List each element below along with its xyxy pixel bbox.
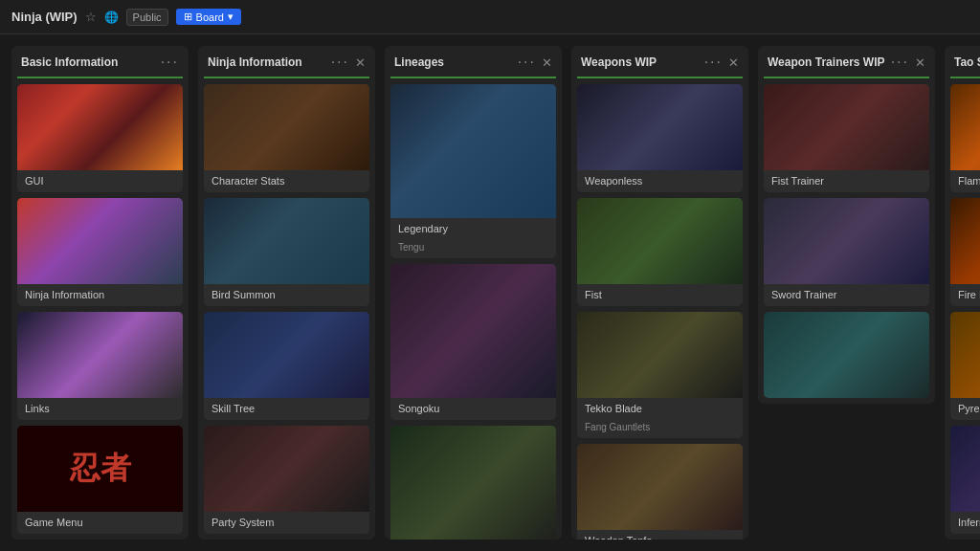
board-title: Ninja (WIP): [11, 10, 78, 24]
column-header-lineages: Lineages···✕: [385, 46, 562, 77]
column-header-ninja-info: Ninja Information···✕: [198, 46, 375, 77]
card-char-stats[interactable]: Character Stats: [204, 84, 369, 192]
column-title-lineages: Lineages: [394, 55, 444, 69]
card-sublabel-legendary: Tengu: [390, 240, 556, 258]
card-gui[interactable]: GUI: [17, 84, 183, 192]
card-image-songoku: [390, 264, 556, 398]
card-image-pyre: [950, 312, 980, 398]
card-image-legendary: [390, 84, 556, 218]
card-label-skill-tree: Skill Tree: [204, 398, 369, 420]
card-image-fist-trainer: [764, 84, 929, 170]
card-label-party: Party System: [204, 512, 369, 534]
column-menu-ninja-info[interactable]: ···: [331, 54, 349, 71]
card-fist[interactable]: Fist: [577, 198, 743, 306]
card-image-party: [204, 426, 369, 512]
column-cards-tao-skills: FlameFire FlipPyre GraspInferno ShotWate…: [945, 84, 980, 540]
card-label-songoku: Songoku: [390, 398, 556, 420]
column-close-ninja-info[interactable]: ✕: [355, 55, 366, 70]
top-bar: Ninja (WIP) ☆ 🌐 Public ⊞ Board ▾: [0, 0, 980, 34]
column-weapons-wip: Weapons WIP···✕WeaponlessFistTekko Blade…: [571, 46, 748, 540]
column-header-weapon-trainers-wip: Weapon Trainers WIP···✕: [758, 46, 935, 77]
card-sublabel-tekko: Fang Gauntlets: [577, 420, 743, 438]
card-songoku[interactable]: Songoku: [390, 264, 556, 420]
card-image-links: [17, 312, 183, 398]
column-ninja-info: Ninja Information···✕Character StatsBird…: [198, 46, 375, 540]
column-close-weapons-wip[interactable]: ✕: [728, 55, 739, 70]
star-button[interactable]: ☆: [85, 10, 97, 24]
column-title-basic-info: Basic Information: [21, 55, 118, 69]
card-image-bird-summon: [204, 198, 369, 284]
card-ninja-info[interactable]: Ninja Information: [17, 198, 183, 306]
column-header-tao-skills: Tao Skills···: [945, 46, 980, 77]
card-skill-tree[interactable]: Skill Tree: [204, 312, 369, 420]
board-button[interactable]: ⊞ Board ▾: [176, 9, 241, 25]
card-image-gui: [17, 84, 183, 170]
card-label-fist: Fist: [577, 284, 743, 306]
card-label-ninja-info: Ninja Information: [17, 284, 183, 306]
card-image-flame: [950, 84, 980, 170]
card-label-fire-flip: Fire Flip: [950, 284, 980, 306]
column-cards-basic-info: GUINinja InformationLinks忍者Game MenuRank…: [11, 84, 189, 540]
card-label-links: Links: [17, 398, 183, 420]
card-image-ninja-info: [17, 198, 183, 284]
column-menu-basic-info[interactable]: ···: [161, 54, 179, 71]
card-links[interactable]: Links: [17, 312, 183, 420]
card-label-gui: GUI: [17, 170, 183, 192]
globe-icon: 🌐: [104, 11, 119, 24]
card-tekko[interactable]: Tekko BladeFang Gauntlets: [577, 312, 743, 438]
card-label-wooden: Wooden Tonfa: [577, 530, 743, 540]
column-title-tao-skills: Tao Skills: [954, 55, 980, 69]
column-close-weapon-trainers-wip[interactable]: ✕: [915, 55, 925, 70]
card-label-flame: Flame: [950, 170, 980, 192]
column-menu-lineages[interactable]: ···: [518, 54, 536, 71]
visibility-selector[interactable]: Public: [126, 9, 168, 26]
card-image-weaponless: [577, 84, 743, 170]
card-label-char-stats: Character Stats: [204, 170, 369, 192]
column-title-ninja-info: Ninja Information: [208, 55, 302, 69]
card-image-sword-trainer: [764, 198, 929, 284]
column-cards-ninja-info: Character StatsBird SummonSkill TreePart…: [198, 84, 375, 540]
card-lineage3[interactable]: [390, 426, 556, 540]
card-bird-summon[interactable]: Bird Summon: [204, 198, 369, 306]
card-trainer3[interactable]: [764, 312, 929, 398]
card-image-fire-flip: [950, 198, 980, 284]
card-game-menu[interactable]: 忍者Game Menu: [17, 426, 183, 534]
column-tao-skills: Tao Skills···FlameFire FlipPyre GraspInf…: [945, 46, 980, 540]
column-header-weapons-wip: Weapons WIP···✕: [571, 46, 748, 77]
card-party[interactable]: Party System: [204, 426, 369, 534]
card-weaponless[interactable]: Weaponless: [577, 84, 743, 192]
card-label-tekko: Tekko Blade: [577, 398, 743, 420]
card-label-pyre: Pyre Grasp: [950, 398, 980, 420]
column-header-basic-info: Basic Information···: [11, 46, 189, 77]
card-label-fist-trainer: Fist Trainer: [764, 170, 929, 192]
column-menu-weapons-wip[interactable]: ···: [704, 54, 723, 71]
card-legendary[interactable]: LegendaryTengu: [390, 84, 556, 258]
card-flame[interactable]: Flame: [950, 84, 980, 192]
card-label-inferno: Inferno Shot: [950, 512, 980, 534]
column-cards-weapons-wip: WeaponlessFistTekko BladeFang GauntletsW…: [571, 84, 748, 540]
column-title-weapon-trainers-wip: Weapon Trainers WIP: [768, 55, 884, 69]
card-pyre[interactable]: Pyre Grasp: [950, 312, 980, 420]
column-close-lineages[interactable]: ✕: [542, 55, 552, 70]
card-fist-trainer[interactable]: Fist Trainer: [764, 84, 929, 192]
card-label-sword-trainer: Sword Trainer: [764, 284, 929, 306]
column-cards-weapon-trainers-wip: Fist TrainerSword Trainer: [758, 84, 935, 404]
board-label: Board: [196, 11, 224, 23]
card-image-char-stats: [204, 84, 369, 170]
card-inferno[interactable]: Inferno Shot: [950, 426, 980, 534]
card-label-bird-summon: Bird Summon: [204, 284, 369, 306]
card-wooden[interactable]: Wooden Tonfa: [577, 444, 743, 540]
card-image-game-menu: 忍者: [17, 426, 183, 512]
card-image-fist: [577, 198, 743, 284]
board-area: Basic Information···GUINinja Information…: [0, 34, 980, 551]
column-weapon-trainers-wip: Weapon Trainers WIP···✕Fist TrainerSword…: [758, 46, 935, 404]
card-fire-flip[interactable]: Fire Flip: [950, 198, 980, 306]
column-title-weapons-wip: Weapons WIP: [581, 55, 657, 69]
column-basic-info: Basic Information···GUINinja Information…: [11, 46, 189, 540]
chevron-icon: ▾: [228, 11, 234, 23]
card-label-legendary: Legendary: [390, 218, 556, 240]
card-sword-trainer[interactable]: Sword Trainer: [764, 198, 929, 306]
column-menu-weapon-trainers-wip[interactable]: ···: [891, 54, 909, 71]
card-label-game-menu: Game Menu: [17, 512, 183, 534]
board-icon: ⊞: [184, 11, 192, 23]
